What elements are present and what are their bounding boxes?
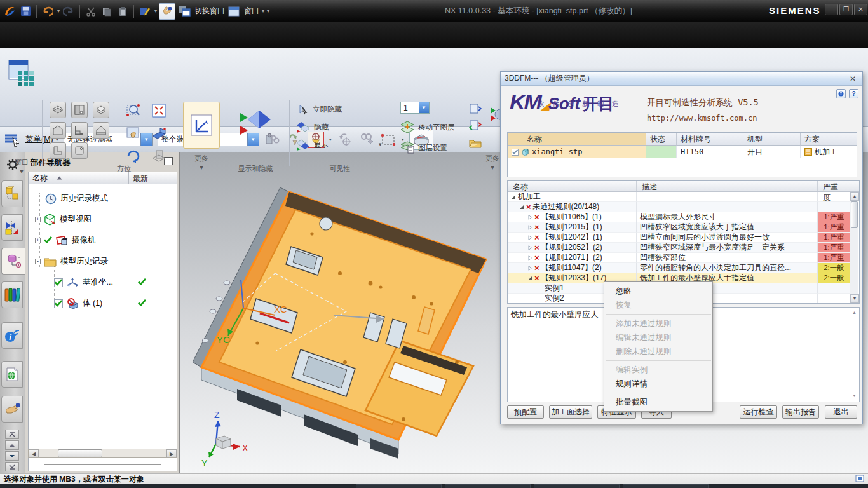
palette-scroll-down-button[interactable] [5,451,19,461]
part-checkbox[interactable] [512,149,519,156]
menu-item-规则详情[interactable]: 规则详情 [604,377,712,391]
scroll-left-icon[interactable]: ◀ [29,449,39,458]
collapse-icon[interactable] [519,205,524,210]
redo-icon[interactable] [62,4,76,18]
orient-wcs-icon[interactable] [183,102,220,149]
rule-severity-cell[interactable]: 2:一般 [818,273,850,283]
save-icon[interactable] [18,4,32,18]
part-navigator-hscrollbar[interactable]: ◀ ▶ [28,449,177,458]
snap-dropdown-icon[interactable]: ▾ [329,137,332,142]
rule-row[interactable]: ×【规则11065】(1)模型漏标最大外形尺寸1:严重 [508,212,850,222]
collapse-icon[interactable] [527,276,532,281]
window-ribbon-button[interactable] [5,53,38,93]
undo-icon[interactable] [41,4,55,18]
show-hide-label[interactable]: 显示和隐藏 [224,164,287,173]
collapse-icon[interactable] [511,194,516,200]
back-view-icon[interactable] [71,142,88,159]
palette-scroll-bottom-button[interactable] [5,462,19,471]
touch-palette-tab[interactable] [1,396,23,423]
button-输出报告[interactable]: 输出报告 [782,405,819,419]
internet-explorer-tab[interactable]: i [1,322,23,349]
part-row[interactable]: xiangti_stp HT150 开目 机加工 [508,146,857,158]
button-预配置[interactable]: 预配置 [507,405,544,419]
isometric-view-icon[interactable] [93,102,109,118]
statusbar-window-icon[interactable] [855,475,864,484]
switch-window-label[interactable]: 切换窗口 [194,6,225,17]
find-component-icon[interactable] [358,132,375,148]
rule-severity-cell[interactable] [818,294,850,303]
cut-icon[interactable] [84,4,98,18]
undo-dropdown-icon[interactable]: ▾ [57,8,60,14]
trimetric-view-icon[interactable] [50,102,66,118]
hide-item[interactable]: 隐藏 [296,119,329,135]
fit-view-icon[interactable] [125,102,142,119]
immediate-hide-item[interactable]: 立即隐藏 [296,102,342,117]
tree-item[interactable]: +模型视图 [29,209,177,230]
rule-severity-cell[interactable] [818,283,850,294]
constraint-navigator-tab[interactable] [1,214,23,241]
move-to-layer-item[interactable]: 移动至图层 [400,119,455,135]
item-checkbox[interactable] [54,299,63,308]
col-part-name[interactable]: 名称 [508,133,646,146]
rule-severity-cell[interactable]: 2:一般 [818,263,850,273]
expand-icon[interactable]: + [35,238,41,243]
visibility-overflow-icon[interactable]: ▾ [379,141,382,147]
layer-visible-in-view-icon[interactable] [468,102,483,116]
rule-desc-cell[interactable]: 模型漏标最大外形尺寸 [637,212,818,222]
col-rule-desc[interactable]: 描述 [637,181,818,191]
rotate-view-icon[interactable] [125,147,142,165]
scroll-down-icon[interactable]: ▼ [850,294,859,303]
window-menu-icon[interactable] [227,4,241,18]
item-checkbox[interactable] [54,278,63,287]
palette-scroll-up-button[interactable] [5,440,19,450]
rule-severity-cell[interactable]: 1:严重 [818,233,850,243]
rules-scrollbar[interactable]: ▲ ▼ [850,192,858,303]
rule-desc-cell[interactable]: 凹槽立面间同层的小过渡圆角最好一致 [637,233,818,243]
scroll-thumb[interactable] [58,449,102,458]
part-navigator-tree[interactable]: 历史记录模式+模型视图+摄像机-模型历史记录基准坐...体 (1) [28,184,177,471]
rule-name-cell[interactable]: ×【规则12042】(1) [508,233,637,243]
copy-icon[interactable] [100,4,114,18]
desc-scroll-up-icon[interactable]: ▲ [851,309,858,316]
rule-name-cell[interactable]: ×【规则12071】(2) [508,253,637,263]
rule-severity-cell[interactable] [818,192,850,202]
pan-view-icon[interactable] [125,125,142,142]
bottom-view-icon[interactable] [50,142,66,159]
panel-resize-grip[interactable] [44,463,161,465]
desc-scroll-down-icon[interactable]: ▼ [851,393,858,400]
dialog-help-icon[interactable]: ? [849,89,858,98]
rule-row[interactable]: ×【规则11047】(2)零件的槽腔转角的大小决定加工刀具的直径...2:一般 [508,263,850,273]
rule-desc-cell[interactable]: 凹槽狭窄区域宽度应该大于指定值 [637,222,818,233]
rule-severity-cell[interactable]: 1:严重 [818,212,850,222]
expand-icon[interactable] [527,245,532,250]
touch-mode-icon[interactable] [159,3,175,20]
show-item[interactable]: 显示 [296,137,329,152]
zoom-window-icon[interactable] [150,102,168,119]
column-name[interactable]: 名称 [29,172,129,184]
user-mode-icon[interactable] [836,89,846,98]
window-button-label[interactable]: 窗口▾ [5,158,38,175]
rule-severity-cell[interactable]: 1:严重 [818,253,850,263]
edit-section-icon[interactable] [150,147,168,165]
layer-category-icon[interactable] [468,118,483,132]
tree-item[interactable]: 历史记录模式 [29,188,177,209]
rule-name-cell[interactable]: ×【规则12052】(2) [508,243,637,253]
rule-severity-cell[interactable]: 1:严重 [818,243,850,253]
minimize-button[interactable]: – [825,4,838,15]
command-icon[interactable] [138,4,152,18]
scroll-right-icon[interactable]: ▶ [166,449,177,458]
tree-item[interactable]: +摄像机 [29,230,177,251]
expand-icon[interactable] [527,215,532,220]
rule-row[interactable]: 机加工 [508,192,850,202]
right-view-icon[interactable] [93,122,109,139]
scroll-thumb[interactable] [851,201,858,228]
rule-row[interactable]: ×【规则12052】(2)凹槽狭窄区域深度与最小宽度满足一定关系1:严重 [508,243,850,253]
item-checkbox[interactable] [44,236,52,245]
tree-item[interactable]: 基准坐... [29,272,177,293]
scroll-up-icon[interactable]: ▲ [850,192,859,201]
layer-settings-item[interactable]: 图层设置 [400,140,447,155]
qat-overflow-icon[interactable]: ▾ [267,8,269,14]
expand-icon[interactable]: + [35,217,41,222]
rule-desc-cell[interactable]: 零件的槽腔转角的大小决定加工刀具的直径... [637,263,818,273]
menu-item-忽略[interactable]: 忽略 [604,284,712,298]
